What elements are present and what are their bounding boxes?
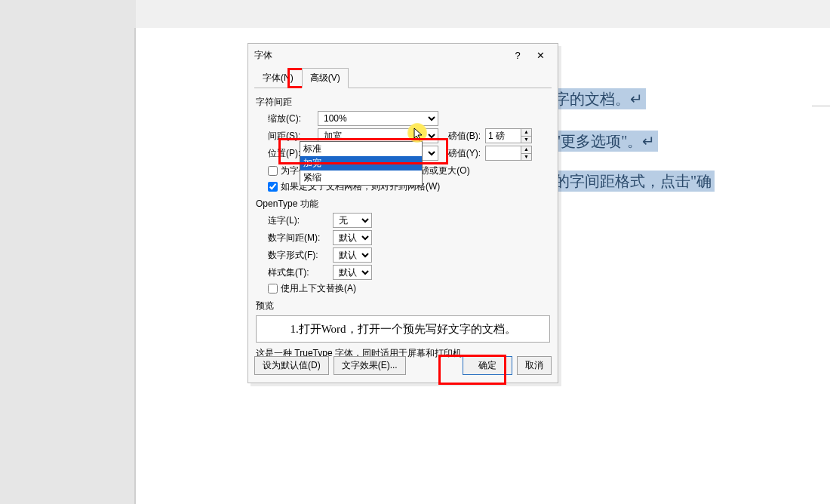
- styleset-label: 样式集(T):: [268, 266, 328, 279]
- spacing-dropdown-list[interactable]: 标准 加宽 紧缩: [300, 141, 423, 186]
- kerning-suffix: 磅或更大(O): [420, 164, 469, 177]
- spacing-pt-label: 磅值(B):: [443, 130, 481, 143]
- help-icon[interactable]: ?: [506, 50, 529, 61]
- section-char-spacing: 字符间距: [256, 96, 552, 109]
- dialog-button-row: 设为默认值(D) 文字效果(E)... 确定 取消: [254, 356, 552, 375]
- row-numspace: 数字间距(M): 默认: [268, 230, 552, 245]
- position-pt-spinner[interactable]: ▲▼: [521, 146, 532, 161]
- spacing-label: 间距(S):: [268, 130, 313, 143]
- numspace-select[interactable]: 默认: [333, 230, 372, 245]
- scale-label: 缩放(C):: [268, 112, 313, 125]
- ligature-label: 连字(L):: [268, 214, 328, 227]
- spacing-option-standard[interactable]: 标准: [300, 142, 422, 156]
- position-pt-label: 磅值(Y):: [443, 147, 481, 160]
- doc-selected-text-line3: 需的字间距格式，点击"确: [536, 171, 715, 192]
- tab-advanced-body: 字符间距 缩放(C): 100% 间距(S): 加宽 磅值(B): ▲▼ 位置(…: [254, 88, 552, 360]
- section-opentype: OpenType 功能: [256, 198, 552, 211]
- spacing-pt-spinner[interactable]: ▲▼: [521, 128, 532, 143]
- text-effect-button[interactable]: 文字效果(E)...: [334, 356, 406, 375]
- scale-select[interactable]: 100%: [318, 111, 438, 126]
- app-left-gutter: [0, 0, 136, 504]
- row-styleset: 样式集(T): 默认: [268, 265, 552, 280]
- ligature-select[interactable]: 无: [333, 213, 372, 228]
- row-ligature: 连字(L): 无: [268, 213, 552, 228]
- row-numform: 数字形式(F): 默认: [268, 247, 552, 263]
- row-scale: 缩放(C): 100%: [268, 111, 552, 126]
- contextalt-label: 使用上下文替换(A): [281, 282, 356, 295]
- numform-select[interactable]: 默认: [333, 247, 372, 263]
- tab-font[interactable]: 字体(N): [254, 68, 302, 88]
- tab-strip: 字体(N) 高级(V): [248, 68, 558, 88]
- font-dialog: 字体 ? ✕ 字体(N) 高级(V) 字符间距 缩放(C): 100% 间距(S…: [247, 43, 558, 383]
- row-contextalt: 使用上下文替换(A): [268, 282, 552, 295]
- spacing-option-expanded[interactable]: 加宽: [300, 156, 422, 171]
- contextalt-checkbox[interactable]: [268, 284, 278, 293]
- numform-label: 数字形式(F):: [268, 249, 328, 262]
- ok-button[interactable]: 确定: [463, 356, 512, 375]
- dialog-title: 字体: [254, 49, 506, 62]
- dialog-titlebar: 字体 ? ✕: [248, 44, 558, 66]
- page-margin-marker: [812, 106, 830, 106]
- preview-label: 预览: [256, 300, 552, 312]
- spacing-pt-input[interactable]: [485, 128, 521, 143]
- preview-box: 1.打开Word，打开一个预先写好文字的文档。: [256, 315, 550, 343]
- kerning-checkbox[interactable]: [268, 166, 278, 176]
- set-default-button[interactable]: 设为默认值(D): [254, 356, 329, 375]
- spacing-option-condensed[interactable]: 紧缩: [300, 171, 422, 185]
- cancel-button[interactable]: 取消: [517, 356, 552, 375]
- snapgrid-checkbox[interactable]: [268, 182, 278, 192]
- numspace-label: 数字间距(M):: [268, 232, 328, 244]
- tab-advanced[interactable]: 高级(V): [302, 68, 349, 88]
- styleset-select[interactable]: 默认: [333, 265, 372, 280]
- close-icon[interactable]: ✕: [529, 50, 552, 61]
- position-pt-input[interactable]: [485, 146, 521, 161]
